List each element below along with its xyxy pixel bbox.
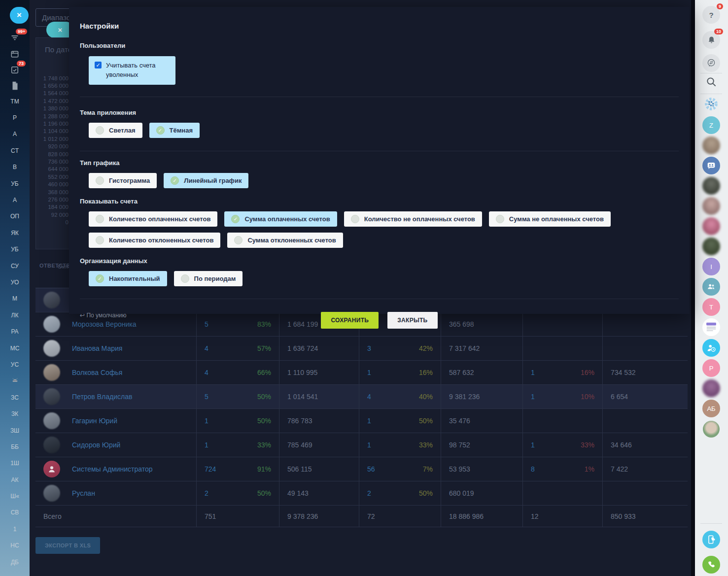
integration-gear-icon[interactable] [704,97,718,113]
sidebar-item-РА[interactable]: РА [0,323,30,339]
avatar-blurred[interactable] [702,237,720,255]
sidebar-item-ЗШ[interactable]: ЗШ [0,422,30,439]
responsible-name-link[interactable]: Петров Владислав [72,393,132,401]
count-value: 56 [367,465,375,473]
count-value: 8 [531,465,535,473]
option-tile-selected[interactable]: ✓Сумма оплаченных счетов [224,211,337,227]
percent-value: 33% [419,441,433,449]
sidebar-item-P[interactable]: P [0,109,30,126]
option-tile-unselected[interactable]: ✓Гистограмма [89,173,157,188]
avatar-blurred[interactable] [702,197,720,215]
sidebar-item-М[interactable]: М [0,291,30,307]
search-icon[interactable] [706,76,717,90]
mobile-sync-icon[interactable] [702,531,720,548]
sidebar-item-ЛК[interactable]: ЛК [0,307,30,323]
option-tile-unselected[interactable]: ✓Количество не оплаченных счетов [344,211,482,227]
count-value: 3 [367,344,371,352]
percent-value: 1% [585,465,594,473]
sidebar-item-МС[interactable]: МС [0,340,30,356]
export-xls-button[interactable]: ЭКСПОРТ В XLS [35,537,100,554]
document-preview-icon[interactable] [702,318,720,336]
sidebar-item-A[interactable]: A [0,192,30,208]
count-value: 5 [205,393,208,401]
sidebar-item-ОП[interactable]: ОП [0,208,30,225]
avatar-blurred[interactable] [702,177,720,195]
sidebar-item-ДБ[interactable]: ДБ [0,554,30,570]
responsible-name-link[interactable]: Гагарин Юрий [72,417,117,425]
close-button[interactable]: ЗАКРЫТЬ [387,312,437,329]
responsible-name-link[interactable]: Системы Администратор [72,465,153,473]
reset-icon: ↩ [80,312,85,319]
avatar-p[interactable]: P [702,359,720,377]
sidebar-item-Ш«[interactable]: Ш« [0,488,30,504]
checkbox-checked-icon[interactable]: ✓ [95,62,102,68]
person-clock-icon[interactable] [702,339,720,357]
avatar-z[interactable]: Z [702,116,720,134]
sidebar-item-ЗК[interactable]: ЗК [0,406,30,422]
count-value: 724 [205,465,216,473]
radio-circle-icon: ✓ [181,274,189,283]
sidebar-item-НС[interactable]: НС [0,538,30,554]
avatar-t[interactable]: T [702,298,720,316]
table-row: Гагарин Юрий150%786 783150%35 476 [35,409,688,433]
section-chart-type-label: Тип графика [80,159,679,167]
option-tile-unselected[interactable]: ✓Количество оплаченных счетов [89,211,217,227]
android-icon[interactable] [0,373,30,389]
panel-icon[interactable] [9,49,20,60]
sidebar-item-ЯК[interactable]: ЯК [0,225,30,241]
percent-value: 50% [257,417,271,425]
help-icon[interactable]: ?9 [702,6,720,24]
option-tile-unselected[interactable]: ✓По периодам [174,271,243,286]
sidebar-item-TM[interactable]: TM [0,93,30,109]
sidebar-item-УС[interactable]: УС [0,356,30,373]
sidebar-item-ЗС[interactable]: ЗС [0,389,30,406]
modal-title: Настройки [80,22,679,30]
avatar-i[interactable]: I [702,258,720,275]
sidebar-item-СВ[interactable]: СВ [0,505,30,521]
sidebar-item-ББ[interactable]: ББ [0,439,30,455]
avatar-blurred[interactable] [702,379,720,397]
reset-default-link[interactable]: ↩ По умолчанию [80,312,127,319]
responsible-name-link[interactable]: Иванова Мария [72,344,122,352]
two-people-icon[interactable] [702,278,720,296]
option-tile-selected[interactable]: ✓Тёмная [149,123,200,138]
bell-icon[interactable]: 10 [702,31,720,49]
table-row: Волкова Софья466%1 110 995116%587 632116… [35,361,688,385]
sidebar-item-A[interactable]: A [0,126,30,142]
sidebar-item-1Ш[interactable]: 1Ш [0,455,30,472]
avatar-blurred[interactable] [702,217,720,235]
sidebar-item-БД[interactable]: БД [0,570,30,576]
avatar-photo[interactable] [703,421,720,438]
option-tile-unselected[interactable]: ✓Сумма отклоненных счетов [227,233,343,248]
sidebar-item-УБ[interactable]: УБ [0,175,30,192]
include-dismissed-checkbox[interactable]: ✓ Учитывать счета уволенных [89,56,175,85]
option-tile-unselected[interactable]: ✓Количество отклоненных счетов [89,233,220,248]
avatar-ab[interactable]: АБ [702,400,720,417]
close-panel-button[interactable]: × [10,7,29,24]
save-button[interactable]: СОХРАНИТЬ [321,312,379,329]
divider [80,299,679,299]
sidebar-item-АК[interactable]: АК [0,472,30,488]
count-value: 1 [367,369,371,376]
sidebar-item-B[interactable]: B [0,159,30,175]
radio-circle-icon: ✓ [351,215,359,223]
sidebar-item-УБ[interactable]: УБ [0,241,30,258]
responsible-name-link[interactable]: Руслан [72,489,95,497]
avatar-blurred[interactable] [702,136,720,154]
sidebar-item-УО[interactable]: УО [0,274,30,290]
dialog-settings-icon[interactable] [702,54,720,72]
option-tile-selected[interactable]: ✓Линейный график [164,173,248,188]
sidebar-item-1[interactable]: 1 [0,521,30,537]
document-icon[interactable] [9,80,20,91]
sidebar-item-CT[interactable]: CT [0,142,30,159]
phone-icon[interactable] [702,556,720,574]
option-tile-unselected[interactable]: ✓Светлая [89,123,142,138]
sidebar-item-СУ[interactable]: СУ [0,258,30,274]
option-tile-unselected[interactable]: ✓Сумма не оплаченных счетов [489,211,611,227]
responsible-name-link[interactable]: Волкова Софья [72,369,122,376]
responsible-name-link[interactable]: Сидоров Юрий [72,441,120,449]
avatar [43,340,60,357]
main-content: × По дате о 1 748 0001 656 0001 564 0001… [30,0,691,576]
group-chat-icon[interactable] [702,157,720,174]
option-tile-selected[interactable]: ✓Накопительный [89,271,167,286]
